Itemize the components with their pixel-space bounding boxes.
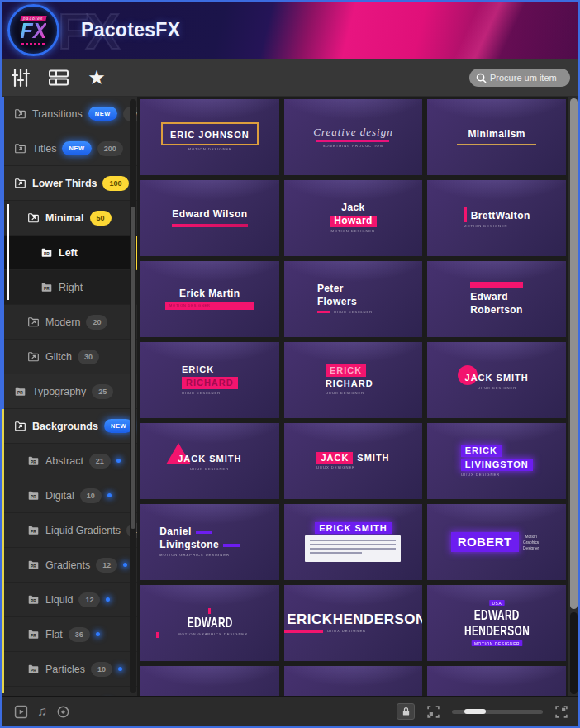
template-tile-jack-wolf[interactable]: JACK WOLF bbox=[140, 666, 279, 696]
template-tile-erick-smith[interactable]: ERICK SMITH bbox=[284, 666, 423, 696]
tile-row: UI/UX DESIGNER bbox=[284, 629, 383, 634]
folder-arrow-icon bbox=[27, 212, 40, 224]
tile-underline bbox=[457, 144, 536, 145]
sidebar-scrollbar-thumb[interactable] bbox=[131, 207, 135, 529]
search-box[interactable] bbox=[469, 69, 570, 87]
tile-tick bbox=[208, 608, 211, 614]
sidebar-item-flat[interactable]: PRFlat36 bbox=[2, 617, 137, 652]
template-tile-minimalism[interactable]: Minimalism bbox=[427, 99, 566, 175]
template-tile-peter-flowers[interactable]: PeterFlowersUI/UX DESIGNER bbox=[284, 261, 423, 337]
pr-folder-icon: PR bbox=[27, 593, 40, 606]
template-tile-undefined-[interactable]: JACKSMITHUI/UX DESIGNER bbox=[284, 423, 423, 499]
tile-dash bbox=[223, 544, 240, 547]
tile-subtitle: UI/UX DESIGNER bbox=[327, 629, 366, 632]
pr-folder-icon: PR bbox=[27, 559, 40, 571]
tile-content: EDWARDMotion Graphics Designer bbox=[156, 608, 263, 637]
folder-arrow-icon bbox=[14, 142, 26, 155]
sidebar-scrollbar[interactable] bbox=[130, 99, 136, 693]
sidebar-list: TransitionsNEW777TitlesNEW200Lower Third… bbox=[2, 97, 137, 696]
sidebar-item-liquid[interactable]: PRLiquid12 bbox=[2, 583, 137, 617]
tile-dash bbox=[317, 311, 330, 313]
tile-row: ROBERTMotionGraphicsDesigner bbox=[451, 532, 543, 551]
tile-subtitle: MOTION DESIGNER bbox=[331, 229, 376, 232]
tile-row: JACKSMITH bbox=[316, 452, 389, 464]
preview-play-icon[interactable] bbox=[14, 705, 28, 719]
sidebar-item-modern[interactable]: Modern20 bbox=[2, 305, 137, 340]
tile-subtitle: MOTION DESIGNER bbox=[188, 147, 232, 150]
sidebar-item-typography[interactable]: PRTypography25 bbox=[2, 374, 137, 409]
template-tile-erick-richard[interactable]: ERICKRICHARDUI/UX DESIGNER bbox=[284, 342, 423, 418]
sidebar-item-left[interactable]: PRLeft bbox=[2, 236, 137, 270]
template-tile-creative-design[interactable]: Creative designSOMETHING PRODUCTION bbox=[284, 99, 423, 175]
sidebar-item-label: Gradients bbox=[45, 559, 90, 571]
sidebar-item-plexus[interactable]: PRPlexus5 bbox=[2, 687, 137, 696]
template-tile-erick-martin[interactable]: Erick MartinMOTION DESIGNER bbox=[140, 261, 279, 337]
side-line: Designer bbox=[523, 546, 539, 550]
tile-content: ERICKRICHARDUI/UX DESIGNER bbox=[326, 364, 381, 395]
template-tile-edward-wilson[interactable]: Edward Wilson bbox=[140, 180, 279, 256]
sidebar-item-transitions[interactable]: TransitionsNEW777 bbox=[2, 97, 137, 131]
tile-title: Howard bbox=[330, 216, 376, 227]
grid-scrollbar[interactable] bbox=[568, 97, 578, 696]
music-note-icon[interactable]: ♫ bbox=[37, 705, 47, 718]
count-badge: 25 bbox=[92, 384, 113, 399]
template-tile-erick-richard[interactable]: ERICKRICHARDUI/UX DESIGNER bbox=[140, 342, 279, 418]
template-tile-edward[interactable]: EDWARDMotion Graphics Designer bbox=[140, 585, 279, 661]
grid-scrollbar-thumb[interactable] bbox=[570, 98, 578, 609]
zoom-slider-handle[interactable] bbox=[464, 709, 486, 714]
template-tile-erick-livingston[interactable]: ERICKLIVINGSTONUI/UX DESIGNER bbox=[427, 423, 566, 499]
sidebar-item-digital[interactable]: PRDigital10 bbox=[2, 478, 137, 513]
paragraph-line bbox=[310, 548, 396, 550]
tile-underline bbox=[172, 224, 248, 227]
pr-folder-icon: PR bbox=[27, 524, 40, 536]
template-tile-erick-henderson[interactable]: ERICKHENDERSONUI/UX DESIGNER bbox=[284, 585, 423, 661]
fullscreen-icon[interactable] bbox=[554, 705, 568, 719]
tile-subtitle: UI/UX DESIGNER bbox=[461, 473, 500, 476]
header-gradient-decoration bbox=[397, 2, 578, 59]
template-tile-edward-robertson[interactable]: EdwardRobertson bbox=[427, 261, 566, 337]
sidebar-item-liquid-gradients[interactable]: PRLiquid Gradients15 bbox=[2, 513, 137, 548]
sidebar-item-minimal[interactable]: Minimal50 bbox=[2, 201, 137, 236]
sidebar-item-abstract[interactable]: PRAbstract21 bbox=[2, 444, 137, 478]
pr-folder-icon: PR bbox=[14, 385, 26, 397]
sidebar-item-titles[interactable]: TitlesNEW200 bbox=[2, 131, 137, 166]
tile-subtitle: MOTION DESIGNER bbox=[464, 224, 508, 227]
visibility-icon[interactable] bbox=[56, 705, 70, 719]
template-tile-eric-johnson[interactable]: ERIC JOHNSONMOTION DESIGNER bbox=[140, 99, 279, 175]
sidebar-item-label: Right bbox=[59, 282, 83, 293]
sidebar-accent-blue bbox=[2, 97, 4, 409]
template-tile-jack-smith[interactable]: JACK SMITHUI/UX DESIGNER bbox=[427, 342, 566, 418]
fit-view-icon[interactable] bbox=[426, 705, 440, 719]
template-tile-edward-henderson[interactable]: USAEDWARDHENDERSONMOTION DESIGNER bbox=[427, 585, 566, 661]
template-tile-erick-smith[interactable]: ERICK SMITH bbox=[284, 504, 423, 580]
template-tile-jordan-belford[interactable]: JORDAN BELFORD bbox=[427, 666, 566, 696]
tile-content: PeterFlowersUI/UX DESIGNER bbox=[317, 283, 389, 315]
template-tile-daniel-livingstone[interactable]: DanielLivingstoneMotion Graphics Designe… bbox=[140, 504, 279, 580]
count-badge: 100 bbox=[102, 176, 128, 191]
lock-button[interactable] bbox=[397, 703, 415, 720]
statusbar-right-group bbox=[397, 703, 568, 720]
template-tile-robert[interactable]: ROBERTMotionGraphicsDesigner bbox=[427, 504, 566, 580]
page-title: PacotesFX bbox=[81, 19, 180, 41]
sidebar-item-gradients[interactable]: PRGradients12 bbox=[2, 548, 137, 583]
zoom-slider[interactable] bbox=[452, 710, 543, 714]
svg-text:PR: PR bbox=[31, 495, 36, 499]
list-view-icon[interactable] bbox=[48, 67, 69, 88]
filter-sliders-icon[interactable] bbox=[10, 67, 31, 88]
template-tile-jack-howard[interactable]: JackHowardMOTION DESIGNER bbox=[284, 180, 423, 256]
svg-text:PR: PR bbox=[44, 287, 50, 291]
tile-subtitle: SOMETHING PRODUCTION bbox=[323, 144, 383, 147]
svg-text:PR: PR bbox=[31, 460, 36, 464]
sidebar-item-right[interactable]: PRRight bbox=[2, 270, 137, 305]
sidebar-item-glitch[interactable]: Glitch30 bbox=[2, 340, 137, 374]
sidebar-item-backgrounds[interactable]: BackgroundsNEW bbox=[2, 409, 137, 444]
search-input[interactable] bbox=[490, 73, 563, 83]
tile-accent-bar bbox=[464, 207, 467, 222]
favorites-star-icon[interactable]: ★ bbox=[86, 67, 107, 88]
sidebar-item-lower-thirds[interactable]: Lower Thirds100 bbox=[2, 166, 137, 201]
paragraph-line bbox=[310, 544, 396, 545]
sidebar-item-particles[interactable]: PRParticles10 bbox=[2, 652, 137, 687]
pacotesfx-panel: FX pacotes FX PacotesFX ★ bbox=[0, 0, 580, 728]
template-tile-brett-walton[interactable]: BrettWaltonMOTION DESIGNER bbox=[427, 180, 566, 256]
template-tile-jack-smith[interactable]: JACK SMITHUI/UX DESIGNER bbox=[140, 423, 279, 499]
